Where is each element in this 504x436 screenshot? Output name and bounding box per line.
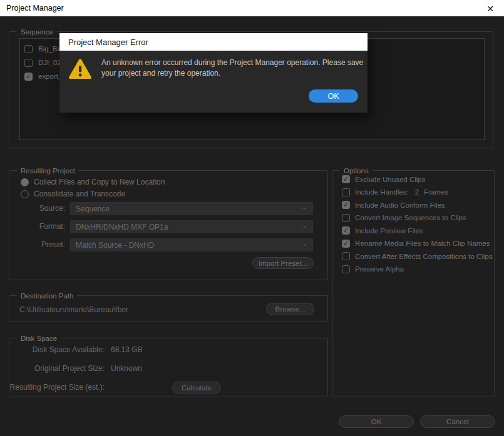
check-icon: ✓ xyxy=(343,201,349,208)
radio-button[interactable] xyxy=(21,178,29,186)
sequence-item-label: export_ xyxy=(38,73,62,80)
radio-collect-files[interactable]: Collect Files and Copy to New Location xyxy=(21,176,165,188)
import-preset-button[interactable]: Import Preset... xyxy=(252,257,314,269)
error-ok-button[interactable]: OK xyxy=(309,89,358,103)
disk-space-group-label: Disk Space xyxy=(17,333,61,343)
sequence-item-label: Big_Bu xyxy=(38,45,61,53)
error-dialog-title: Project Manager Error xyxy=(59,38,148,47)
destination-path-value: C:\Utilisateurs\mario\Bureau\fber xyxy=(19,296,128,323)
original-project-size-value: Unknown xyxy=(111,364,142,373)
option-checkbox[interactable]: ✓ xyxy=(342,252,350,260)
radio-label: Collect Files and Copy to New Location xyxy=(34,178,165,186)
resulting-project-group: Resulting Project Collect Files and Copy… xyxy=(9,170,328,280)
calculate-button[interactable]: Calculate xyxy=(172,382,221,393)
option-label: Exclude Unused Clips xyxy=(355,176,426,183)
destination-path-group: Destination Path C:\Utilisateurs\mario\B… xyxy=(9,295,328,322)
sequence-checkbox[interactable]: ✓ xyxy=(24,73,33,81)
handles-frames-value[interactable]: 2 xyxy=(415,188,419,196)
option-rename-media-files[interactable]: ✓ Rename Media Files to Match Clip Names xyxy=(342,240,491,248)
check-icon: ✓ xyxy=(343,240,349,247)
options-group-label: Options xyxy=(340,166,373,176)
preset-dropdown[interactable]: Match Source - DNxHD ⌄ xyxy=(70,238,313,251)
option-checkbox[interactable]: ✓ xyxy=(342,175,350,183)
check-icon: ✓ xyxy=(343,176,349,183)
option-convert-ae-compositions[interactable]: ✓ Convert After Effects Compositions to … xyxy=(342,252,491,260)
option-convert-image-sequences[interactable]: ✓ Convert Image Sequences to Clips xyxy=(342,214,491,222)
option-label: Convert After Effects Compositions to Cl… xyxy=(355,253,493,260)
option-exclude-unused-clips[interactable]: ✓ Exclude Unused Clips xyxy=(342,175,491,183)
error-dialog-titlebar: Project Manager Error xyxy=(59,33,368,51)
sequence-checkbox[interactable]: ✓ xyxy=(24,45,33,53)
format-dropdown[interactable]: DNxHR/DNxHD MXF OP1a ⌄ xyxy=(70,220,313,233)
source-value: Sequence xyxy=(76,205,110,213)
check-icon: ✓ xyxy=(343,227,349,234)
option-label: Convert Image Sequences to Clips xyxy=(355,214,466,221)
option-include-handles[interactable]: ✓ Include Handles: 2 Frames xyxy=(342,188,491,196)
resulting-project-size-label: Resulting Project Size (est.): xyxy=(9,383,105,392)
option-checkbox[interactable]: ✓ xyxy=(342,188,350,196)
option-label: Preserve Alpha xyxy=(355,265,404,273)
option-checkbox[interactable]: ✓ xyxy=(342,214,350,222)
browse-button[interactable]: Browse... xyxy=(266,303,314,315)
option-label: Include Handles: xyxy=(355,188,409,196)
option-checkbox[interactable]: ✓ xyxy=(342,226,350,235)
disk-space-available-label: Disk Space Available: xyxy=(9,345,105,354)
format-value: DNxHR/DNxHD MXF OP1a xyxy=(76,223,168,231)
warning-icon xyxy=(68,58,92,82)
close-icon[interactable]: ✕ xyxy=(481,0,499,17)
options-group: Options ✓ Exclude Unused Clips ✓ Include… xyxy=(332,170,495,397)
error-dialog: Project Manager Error An unknown error o… xyxy=(59,33,368,113)
error-dialog-body: An unknown error occurred during the Pro… xyxy=(59,51,368,113)
option-label: Rename Media Files to Match Clip Names xyxy=(355,240,490,247)
radio-button[interactable] xyxy=(21,190,29,198)
chevron-down-icon: ⌄ xyxy=(302,204,307,211)
option-checkbox[interactable]: ✓ xyxy=(342,201,350,209)
original-project-size-label: Original Project Size: xyxy=(9,364,105,373)
option-checkbox[interactable]: ✓ xyxy=(342,265,350,273)
radio-label: Consolidate and Transcode xyxy=(34,190,125,198)
option-include-audio-conform[interactable]: ✓ Include Audio Conform Files xyxy=(342,201,491,209)
option-include-preview-files[interactable]: ✓ Include Preview Files xyxy=(342,226,491,235)
check-icon: ✓ xyxy=(26,73,31,80)
disk-space-group: Disk Space Disk Space Available: 68.13 G… xyxy=(9,338,328,397)
option-label: Include Audio Conform Files xyxy=(355,201,445,209)
preset-value: Match Source - DNxHD xyxy=(76,241,154,250)
resulting-project-group-label: Resulting Project xyxy=(17,166,79,176)
format-label: Format: xyxy=(9,220,65,233)
source-label: Source: xyxy=(9,202,65,215)
error-message: An unknown error occurred during the Pro… xyxy=(101,58,363,79)
option-preserve-alpha[interactable]: ✓ Preserve Alpha xyxy=(342,265,491,273)
chevron-down-icon: ⌄ xyxy=(302,222,307,229)
ok-button[interactable]: OK xyxy=(339,415,414,428)
preset-label: Preset: xyxy=(9,238,65,251)
radio-consolidate-transcode[interactable]: Consolidate and Transcode xyxy=(21,188,125,200)
cancel-button[interactable]: Cancel xyxy=(420,415,495,428)
sequence-group-label: Sequence xyxy=(17,27,57,37)
window-title: Project Manager xyxy=(0,4,64,13)
chevron-down-icon: ⌄ xyxy=(302,240,307,247)
source-dropdown[interactable]: Sequence ⌄ xyxy=(70,202,313,215)
handles-frames-suffix: Frames xyxy=(424,188,448,196)
sequence-checkbox[interactable]: ✓ xyxy=(24,59,33,67)
window-titlebar: Project Manager ✕ xyxy=(0,0,504,17)
option-checkbox[interactable]: ✓ xyxy=(342,240,350,248)
error-message-line: your project and retry the operation. xyxy=(101,68,363,79)
option-label: Include Preview Files xyxy=(355,227,423,235)
disk-space-available-value: 68.13 GB xyxy=(111,345,143,354)
error-message-line: An unknown error occurred during the Pro… xyxy=(101,58,363,68)
